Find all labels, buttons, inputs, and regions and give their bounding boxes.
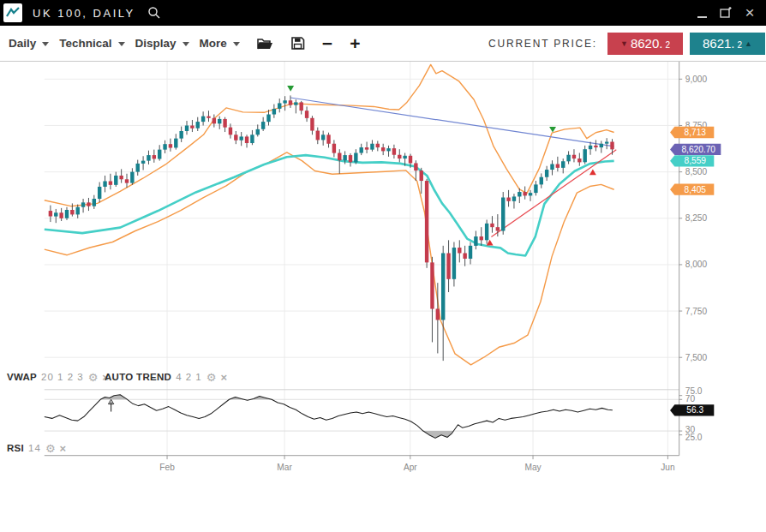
candle bbox=[316, 131, 320, 140]
candle bbox=[338, 153, 341, 161]
candle bbox=[261, 122, 265, 129]
window-controls: × bbox=[694, 5, 766, 21]
candle bbox=[610, 142, 613, 150]
rsi-legend-name: RSI bbox=[7, 443, 24, 453]
technical-menu[interactable]: Technical bbox=[59, 37, 124, 50]
candle bbox=[59, 212, 63, 218]
rsi-settings-gear-icon[interactable]: ⚙ bbox=[45, 444, 56, 453]
candle bbox=[321, 134, 325, 140]
auto-trendline-red[interactable] bbox=[491, 150, 616, 237]
candle bbox=[452, 248, 456, 279]
candle bbox=[469, 246, 472, 259]
candle bbox=[425, 181, 428, 262]
more-menu[interactable]: More bbox=[200, 37, 240, 50]
candle bbox=[229, 128, 232, 135]
buy-price-button[interactable]: 8621.2 ▲ bbox=[690, 33, 765, 55]
candle bbox=[490, 224, 494, 227]
sell-price-main: 8620. bbox=[631, 36, 663, 51]
price-axis-label: 7,500 bbox=[685, 353, 708, 362]
candle bbox=[109, 182, 112, 185]
last-price-tag-value: 8,620.70 bbox=[681, 145, 715, 154]
candle bbox=[480, 236, 483, 240]
vwap-legend-name: VWAP bbox=[7, 372, 37, 382]
price-chart[interactable]: 9,0008,7508,5008,2508,0007,7507,500FebMa… bbox=[0, 62, 766, 532]
auto-trend-legend-name: AUTO TREND bbox=[105, 372, 171, 382]
sell-price-button[interactable]: ▼ 8620.2 bbox=[607, 33, 683, 55]
candle bbox=[446, 253, 450, 278]
candle bbox=[218, 119, 221, 123]
candle bbox=[114, 176, 117, 185]
save-chart-button[interactable] bbox=[290, 36, 305, 51]
indicator-tag-value: 8,405 bbox=[685, 185, 707, 194]
candle bbox=[605, 142, 608, 144]
auto-trendline-blue[interactable] bbox=[290, 98, 613, 146]
candle bbox=[441, 253, 445, 320]
current-price-panel: CURRENT PRICE: ▼ 8620.2 8621.2 ▲ bbox=[488, 33, 766, 55]
vwap-legend-params: 20 1 2 3 bbox=[41, 372, 84, 382]
candle bbox=[540, 177, 543, 185]
candle bbox=[332, 144, 336, 153]
candle bbox=[234, 134, 237, 140]
rsi-value-tag-value: 56.3 bbox=[686, 405, 703, 415]
candle bbox=[458, 248, 461, 253]
price-axis-label: 9,000 bbox=[685, 75, 708, 84]
candle bbox=[365, 147, 368, 150]
zoom-in-button[interactable]: + bbox=[350, 35, 360, 52]
candle bbox=[545, 170, 548, 177]
price-axis-label: 8,000 bbox=[685, 260, 708, 269]
current-price-label: CURRENT PRICE: bbox=[488, 38, 597, 50]
candle bbox=[512, 196, 516, 200]
month-axis-label: May bbox=[524, 463, 542, 472]
vwap-settings-gear-icon[interactable]: ⚙ bbox=[88, 373, 99, 382]
chevron-down-icon bbox=[233, 42, 240, 46]
buy-price-main: 8621. bbox=[703, 36, 735, 51]
popout-window-button[interactable] bbox=[718, 5, 733, 21]
candle bbox=[496, 227, 500, 230]
minimize-button[interactable] bbox=[694, 5, 709, 21]
candle bbox=[103, 182, 106, 187]
candle bbox=[501, 198, 505, 231]
candle bbox=[518, 192, 521, 196]
candle bbox=[201, 117, 205, 122]
vwap-line bbox=[45, 155, 614, 255]
candle bbox=[376, 144, 380, 147]
candle bbox=[561, 161, 565, 168]
chart-toolbar: Daily Technical Display More bbox=[0, 26, 766, 62]
candle bbox=[153, 155, 156, 158]
candle bbox=[403, 156, 406, 158]
candle bbox=[119, 176, 123, 179]
candle bbox=[463, 253, 466, 258]
candle bbox=[386, 148, 390, 151]
zoom-out-button[interactable]: − bbox=[322, 35, 332, 52]
rsi-remove-icon[interactable]: × bbox=[60, 444, 67, 453]
candle bbox=[506, 198, 510, 201]
auto-trend-settings-gear-icon[interactable]: ⚙ bbox=[206, 373, 217, 382]
open-chart-button[interactable] bbox=[257, 37, 273, 51]
display-menu-label: Display bbox=[135, 37, 177, 50]
close-button[interactable]: × bbox=[742, 5, 757, 21]
candle bbox=[583, 149, 586, 162]
candle bbox=[360, 147, 363, 152]
auto-trend-remove-icon[interactable]: × bbox=[220, 373, 227, 382]
candle bbox=[343, 155, 346, 160]
display-menu[interactable]: Display bbox=[135, 37, 189, 50]
timeframe-menu[interactable]: Daily bbox=[9, 37, 49, 50]
technical-menu-label: Technical bbox=[59, 37, 111, 50]
timeframe-menu-label: Daily bbox=[9, 37, 36, 50]
price-axis-label: 8,250 bbox=[685, 213, 708, 223]
candle bbox=[76, 207, 80, 215]
candle bbox=[81, 202, 85, 206]
candle bbox=[163, 144, 166, 149]
candle bbox=[250, 134, 254, 143]
candle bbox=[589, 146, 592, 149]
indicator-tag-value: 8,713 bbox=[685, 128, 707, 137]
candle bbox=[326, 134, 330, 143]
candle bbox=[272, 109, 276, 115]
save-icon bbox=[290, 36, 305, 51]
chevron-down-icon bbox=[42, 42, 49, 46]
buy-signal-marker bbox=[487, 240, 494, 246]
chevron-down-icon bbox=[183, 42, 189, 46]
chart-line-logo-icon bbox=[5, 5, 21, 21]
candle bbox=[529, 193, 532, 195]
search-icon[interactable] bbox=[147, 6, 161, 20]
